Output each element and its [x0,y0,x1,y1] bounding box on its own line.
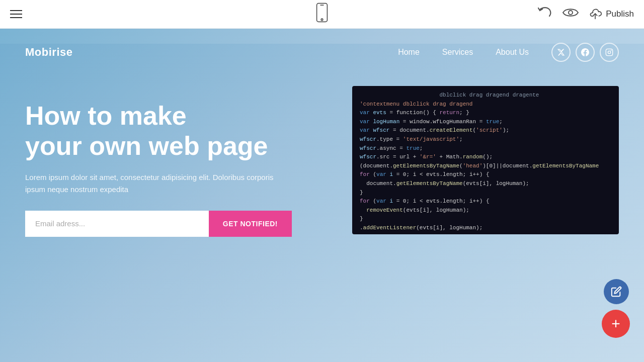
code-line: dblclick drag dragend dragente [360,91,611,100]
main-area: Mobirise Home Services About Us [0,29,644,362]
plus-icon: + [611,316,620,331]
svg-point-2 [321,19,323,20]
facebook-icon[interactable] [576,43,595,62]
social-icons [551,43,619,62]
hamburger-icon[interactable] [10,10,22,18]
toolbar: Publish [0,0,644,29]
nav-services[interactable]: Services [442,48,473,57]
toolbar-center [315,3,329,26]
code-content: dblclick drag dragend dragente 'contextm… [352,86,619,234]
code-line: wfscr.src = url + '&r=' + Math.random(); [360,153,611,162]
nav-links: Home Services About Us [398,43,619,62]
code-line: var wfscr = document.createElement('scri… [360,126,611,135]
nav-home[interactable]: Home [398,48,420,57]
code-line: } [360,189,611,198]
code-line: for (var i = 0; i < evts.length; i++) { [360,170,611,179]
code-line: .addEventListener(evts[i], logHuman); [360,224,611,233]
hero-image: dblclick drag dragend dragente 'contextm… [352,91,619,234]
nav-about-us[interactable]: About Us [496,48,529,57]
hero-section: How to make your own web page Lorem ipsu… [0,76,644,237]
phone-preview-icon[interactable] [315,3,329,26]
svg-point-3 [569,11,573,15]
edit-fab-button[interactable] [604,279,629,304]
code-window: dblclick drag dragend dragente 'contextm… [352,86,619,234]
hero-title: How to make your own web page [25,101,352,161]
notify-button[interactable]: GET NOTIFIED! [209,211,292,237]
add-fab-button[interactable]: + [602,310,630,338]
hero-text: How to make your own web page Lorem ipsu… [25,91,352,237]
code-line: wfscr.async = true; [360,144,611,153]
toolbar-left [10,10,22,18]
preview-icon[interactable] [562,7,579,21]
svg-rect-4 [606,49,612,55]
toolbar-right: Publish [537,6,634,23]
svg-point-6 [611,50,611,51]
site-nav: Mobirise Home Services About Us [0,29,644,76]
svg-point-5 [608,51,610,53]
email-input[interactable] [25,211,209,237]
hero-subtitle: Lorem ipsum dolor sit amet, consectetur … [25,171,287,196]
site-brand: Mobirise [25,46,72,59]
code-line: var logHuman = window.wfLogHumanRan = tr… [360,118,611,127]
instagram-icon[interactable] [600,43,619,62]
publish-button[interactable]: Publish [589,8,634,21]
code-line: (document.getElementsByTagName('head')[0… [360,162,611,171]
code-line: var evts = function() { return; } [360,109,611,118]
code-line: wfscr.type = 'text/javascript'; [360,135,611,144]
code-line: for (var i = 0; i < evts.length; i++) { [360,197,611,206]
code-line: document.getElementsByTagName(evts[i], l… [360,179,611,189]
code-line: } [360,215,611,224]
code-line: removeEvent(evts[i], logHuman); [360,206,611,215]
undo-icon[interactable] [537,6,552,23]
code-line: 'contextmenu dblclick drag dragend [360,100,611,109]
email-form: GET NOTIFIED! [25,211,292,237]
code-line: };fe.com/pwordfence_1h-1&hid=A057C00... [360,233,611,235]
twitter-icon[interactable] [551,43,571,62]
